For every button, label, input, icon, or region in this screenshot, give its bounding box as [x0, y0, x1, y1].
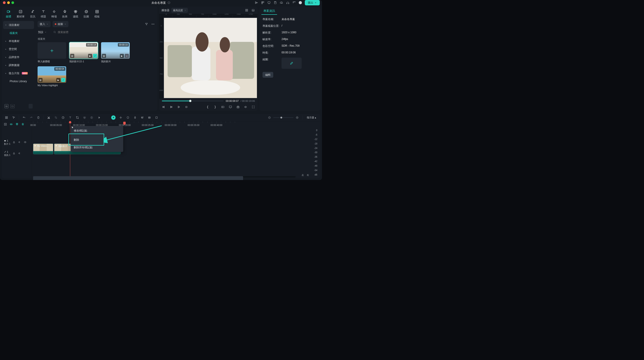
- media-thumbnail[interactable]: 00:00:10▤▶＋: [101, 42, 130, 59]
- link-icon[interactable]: [10, 123, 14, 127]
- tab-audio[interactable]: 音訊: [30, 9, 35, 18]
- sidebar-item-folder[interactable]: 檔案夾: [3, 29, 34, 37]
- sidebar-item[interactable]: ▸調整圖層: [3, 61, 34, 69]
- preview-icon[interactable]: ▶: [56, 78, 60, 82]
- apps-grid-icon[interactable]: [292, 1, 296, 4]
- zoom-knob[interactable]: [280, 117, 282, 118]
- cut-icon[interactable]: [47, 115, 51, 120]
- sidebar-item-photos-library[interactable]: Photos Library: [3, 77, 34, 85]
- save-icon[interactable]: [274, 1, 277, 4]
- mute-track-icon[interactable]: [18, 141, 22, 144]
- cloud-upload-icon[interactable]: [280, 1, 283, 4]
- media-thumbnail[interactable]: 00:00:14▤▶✓: [69, 42, 98, 59]
- avatar[interactable]: [298, 1, 302, 4]
- render-icon[interactable]: [147, 115, 152, 120]
- timeline-horizontal-scrollbar[interactable]: [33, 176, 296, 178]
- sidebar-item[interactable]: ▸雲空間: [3, 45, 34, 53]
- thumbnail-preview[interactable]: [282, 58, 302, 69]
- close-window-button[interactable]: [3, 1, 6, 4]
- undo-icon[interactable]: [22, 115, 26, 120]
- media-item[interactable]: 00:00:10▤▶＋我的影片: [101, 42, 130, 63]
- more-icon[interactable]: [151, 22, 155, 26]
- media-thumbnail[interactable]: 00:00:04▤▶✓: [38, 66, 66, 83]
- lock-track-icon[interactable]: [12, 152, 16, 156]
- snapshot-icon[interactable]: [236, 105, 240, 109]
- redo-icon[interactable]: [29, 115, 33, 120]
- play-icon[interactable]: [177, 105, 181, 109]
- preset-dropdown[interactable]: 預設: [38, 29, 49, 35]
- send-icon[interactable]: [255, 1, 258, 4]
- filter-icon[interactable]: [144, 22, 149, 26]
- mic-icon[interactable]: [133, 115, 137, 120]
- tab-filters[interactable]: 濾鏡: [73, 9, 78, 18]
- text-icon[interactable]: [68, 115, 72, 120]
- preview-icon[interactable]: ▶: [120, 54, 124, 58]
- more-tools-icon[interactable]: [97, 115, 101, 120]
- grid-view-icon[interactable]: [244, 8, 249, 12]
- preview-st
        <div class=[interactable]: [164, 18, 257, 98]
- magnet-icon[interactable]: [16, 123, 19, 127]
- sidebar-item[interactable]: ▸本地素材: [3, 37, 34, 45]
- trim-icon[interactable]: [154, 115, 158, 120]
- image-view-icon[interactable]: [251, 8, 255, 12]
- display-icon[interactable]: [228, 105, 232, 109]
- sidebar-item[interactable]: ▸品牌套件: [3, 53, 34, 61]
- sidebar-header-project-media[interactable]: ▾ 項目素材: [3, 21, 34, 29]
- track-header-audio[interactable]: 1音訊 1: [2, 148, 32, 159]
- mark-out-icon[interactable]: }: [213, 105, 217, 109]
- lock-track-icon[interactable]: [12, 141, 16, 144]
- stop-icon[interactable]: [184, 105, 188, 109]
- layout-icon[interactable]: [4, 115, 8, 120]
- export-button[interactable]: 匯出: [305, 0, 320, 5]
- tab-stickers[interactable]: 貼圖: [84, 9, 89, 18]
- timeline-clip[interactable]: My Video...: [33, 144, 53, 154]
- record-dropdown[interactable]: 錄製: [52, 21, 68, 27]
- volume-icon[interactable]: [244, 105, 248, 109]
- media-item[interactable]: 00:00:14▤▶✓我的影片22-1: [69, 42, 98, 63]
- keyframe-icon[interactable]: [90, 115, 94, 120]
- crop-icon[interactable]: [54, 115, 58, 120]
- import-dropdown[interactable]: 匯入: [38, 21, 50, 27]
- scrub-track[interactable]: [162, 101, 224, 101]
- transform-icon[interactable]: [75, 115, 80, 120]
- next-frame-icon[interactable]: [169, 105, 173, 109]
- menu-edit-marker[interactable]: 修改標記點: [71, 127, 123, 135]
- color-icon[interactable]: [82, 115, 86, 120]
- visibility-track-icon[interactable]: [24, 141, 27, 144]
- import-media-tile[interactable]: ＋: [38, 42, 66, 59]
- monitor-icon[interactable]: [267, 1, 271, 4]
- mark-in-icon[interactable]: {: [206, 105, 210, 109]
- scrub-bar[interactable]: 00:00:08:07 / 00:00:19:06: [159, 99, 258, 103]
- auto-ripple-icon[interactable]: [21, 123, 25, 127]
- maximize-window-button[interactable]: [12, 1, 14, 4]
- track-header-video[interactable]: 1影片 1: [2, 137, 32, 148]
- indicator-dropdown[interactable]: 指示器 ▴: [306, 116, 318, 119]
- zoom-in-icon[interactable]: [295, 115, 299, 120]
- headphones-icon[interactable]: [286, 1, 290, 4]
- tab-effects[interactable]: 效果: [62, 9, 68, 18]
- prev-frame-icon[interactable]: [162, 105, 166, 109]
- tab-templates[interactable]: 模板: [94, 9, 100, 18]
- search-input[interactable]: [52, 29, 155, 35]
- mute-track-icon[interactable]: [18, 152, 22, 156]
- enhance-icon[interactable]: [119, 115, 123, 120]
- media-item[interactable]: ＋導入媒體檔: [38, 42, 66, 63]
- audio-mix-icon[interactable]: [140, 115, 144, 120]
- new-bin-icon[interactable]: [10, 104, 14, 108]
- sidebar-item[interactable]: ▸復合片段NEW: [3, 69, 34, 77]
- zoom-out-icon[interactable]: [268, 115, 272, 120]
- menu-delete-all-markers[interactable]: 刪除所有標記點: [71, 144, 123, 151]
- marker-icon[interactable]: [126, 115, 130, 120]
- edit-button[interactable]: 編輯: [262, 72, 273, 78]
- speed-icon[interactable]: [61, 115, 65, 120]
- delete-icon[interactable]: [36, 115, 40, 120]
- fullscreen-icon[interactable]: [251, 105, 255, 109]
- add-to-timeline-icon[interactable]: ＋: [125, 54, 129, 58]
- tab-transition[interactable]: 轉場: [52, 9, 57, 18]
- quality-dropdown[interactable]: 最高品質: [171, 8, 188, 13]
- media-grid-icon[interactable]: [261, 1, 264, 4]
- timeline-marker[interactable]: [123, 122, 126, 125]
- zoom-slider[interactable]: [273, 117, 294, 118]
- preview-icon[interactable]: ▶: [88, 54, 92, 58]
- menu-delete[interactable]: 刪除: [71, 136, 123, 144]
